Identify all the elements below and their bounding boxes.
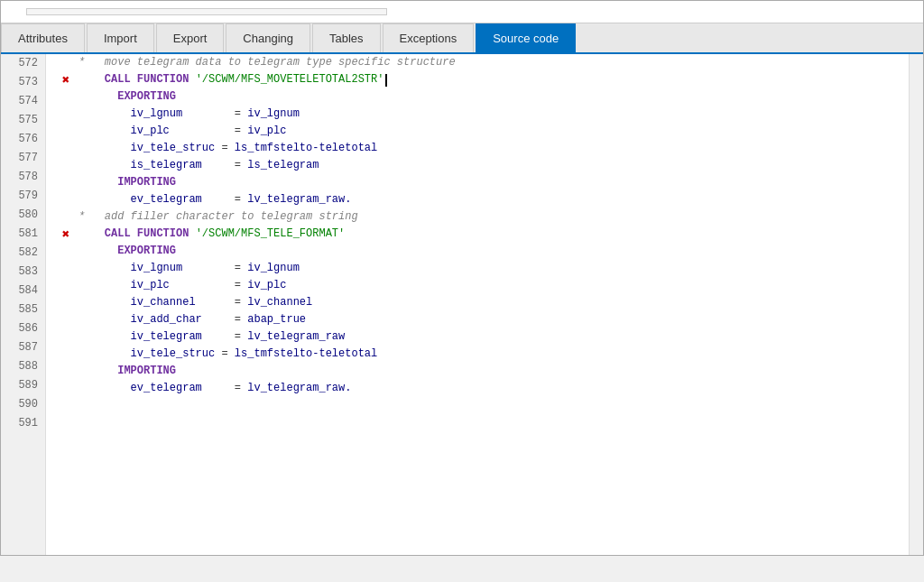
line-marker: ✖ — [53, 228, 79, 241]
code-segment: iv_lgnum — [79, 262, 235, 274]
module-name-field[interactable] — [26, 8, 387, 15]
code-text: iv_tele_struc = ls_tmfstelto-teletotal — [79, 346, 377, 363]
code-line: IMPORTING — [53, 363, 901, 380]
code-segment: is_telegram — [79, 159, 235, 171]
line-number: 591 — [1, 414, 45, 433]
tab-source-code[interactable]: Source code — [476, 23, 576, 52]
tab-changing[interactable]: Changing — [226, 23, 310, 52]
code-segment: ls_tmfstelto-teletotal — [235, 347, 377, 360]
code-segment: = — [235, 125, 247, 137]
code-segment: iv_lgnum — [247, 107, 300, 120]
tab-attributes[interactable]: Attributes — [1, 23, 85, 52]
code-segment: = — [221, 347, 234, 360]
code-segment: CALL FUNCTION — [79, 227, 196, 240]
code-text: EXPORTING — [79, 88, 176, 106]
code-text: * move telegram data to telegram type sp… — [79, 54, 456, 71]
code-text: ev_telegram = lv_telegram_raw. — [79, 380, 351, 397]
code-segment: lv_channel — [247, 296, 312, 309]
line-number: 583 — [1, 263, 45, 282]
code-line: ✖ CALL FUNCTION '/SCWM/MFS_MOVETELETOTAL… — [53, 71, 901, 88]
line-number: 580 — [1, 206, 45, 225]
code-text: iv_channel = lv_channel — [79, 294, 312, 311]
tab-bar: AttributesImportExportChangingTablesExce… — [1, 23, 923, 54]
code-line: EXPORTING — [53, 88, 901, 106]
code-text: is_telegram = ls_telegram — [79, 157, 319, 174]
line-number: 577 — [1, 149, 45, 168]
code-segment: = — [235, 296, 247, 309]
line-number: 585 — [1, 300, 45, 319]
code-text: iv_tele_struc = ls_tmfstelto-teletotal — [79, 140, 377, 157]
line-number: 584 — [1, 282, 45, 300]
code-text: iv_telegram = lv_telegram_raw — [79, 328, 345, 346]
code-line: iv_plc = iv_plc — [53, 123, 901, 140]
tab-export[interactable]: Export — [156, 23, 225, 52]
error-marker: ✖ — [62, 228, 69, 241]
code-segment: = — [235, 382, 247, 394]
code-segment: ls_tmfstelto-teletotal — [235, 142, 377, 154]
line-number: 575 — [1, 111, 45, 130]
code-segment: * add filler character to telegram strin… — [79, 210, 358, 223]
code-segment: lv_telegram_raw — [247, 330, 345, 343]
text-cursor — [385, 74, 387, 87]
code-segment: = — [235, 279, 247, 291]
tab-exceptions[interactable]: Exceptions — [383, 23, 475, 52]
line-number: 589 — [1, 376, 45, 395]
error-marker: ✖ — [62, 74, 69, 87]
code-segment: EXPORTING — [79, 90, 176, 103]
code-line: iv_lgnum = iv_lgnum — [53, 106, 901, 123]
code-line: iv_plc = iv_plc — [53, 277, 901, 294]
line-number: 587 — [1, 338, 45, 357]
code-line: EXPORTING — [53, 243, 901, 260]
code-text: CALL FUNCTION '/SCWM/MFS_TELE_FORMAT' — [79, 226, 345, 243]
code-line: * add filler character to telegram strin… — [53, 208, 901, 226]
code-segment: iv_plc — [247, 279, 286, 291]
code-line: iv_add_char = abap_true — [53, 311, 901, 328]
code-line: * move telegram data to telegram type sp… — [53, 54, 901, 71]
code-segment: IMPORTING — [79, 176, 176, 189]
code-segment: iv_tele_struc — [79, 347, 221, 360]
code-line: iv_telegram = lv_telegram_raw — [53, 328, 901, 346]
code-segment: = — [235, 107, 247, 120]
code-segment: IMPORTING — [79, 365, 176, 377]
code-text: IMPORTING — [79, 363, 176, 380]
line-number: 578 — [1, 168, 45, 187]
line-number: 586 — [1, 319, 45, 338]
code-text: iv_plc = iv_plc — [79, 123, 286, 140]
scrollbar[interactable] — [909, 54, 923, 555]
line-number: 582 — [1, 244, 45, 263]
code-line: ev_telegram = lv_telegram_raw. — [53, 191, 901, 208]
code-line: iv_tele_struc = ls_tmfstelto-teletotal — [53, 346, 901, 363]
line-number: 579 — [1, 187, 45, 206]
header — [1, 1, 923, 23]
code-segment: '/SCWM/MFS_MOVETELETOTAL2STR' — [196, 73, 384, 86]
line-number: 581 — [1, 225, 45, 244]
code-text: iv_lgnum = iv_lgnum — [79, 106, 300, 123]
line-number-gutter: 5725735745755765775785795805815825835845… — [1, 54, 46, 555]
code-line: iv_lgnum = iv_lgnum — [53, 260, 901, 277]
code-segment: iv_plc — [79, 125, 235, 137]
code-segment: = — [235, 330, 247, 343]
line-number: 576 — [1, 130, 45, 149]
code-editor: 5725735745755765775785795805815825835845… — [1, 54, 923, 555]
code-segment: iv_plc — [79, 279, 235, 291]
code-segment: ev_telegram — [79, 193, 235, 206]
line-number: 572 — [1, 54, 45, 73]
code-segment: iv_lgnum — [247, 262, 300, 274]
tab-import[interactable]: Import — [87, 23, 154, 52]
code-text: * add filler character to telegram strin… — [79, 208, 358, 226]
code-segment: iv_add_char — [79, 313, 235, 326]
code-text: ev_telegram = lv_telegram_raw. — [79, 191, 351, 208]
code-content[interactable]: * move telegram data to telegram type sp… — [46, 54, 909, 555]
tab-tables[interactable]: Tables — [312, 23, 381, 52]
code-segment: * move telegram data to telegram type sp… — [79, 56, 456, 69]
code-segment: iv_plc — [247, 125, 286, 137]
code-segment: iv_tele_struc — [79, 142, 221, 154]
code-segment: CALL FUNCTION — [79, 73, 196, 86]
code-segment: '/SCWM/MFS_TELE_FORMAT' — [196, 227, 346, 240]
code-line: iv_tele_struc = ls_tmfstelto-teletotal — [53, 140, 901, 157]
line-number: 573 — [1, 73, 45, 92]
line-number: 588 — [1, 357, 45, 376]
main-window: AttributesImportExportChangingTablesExce… — [0, 0, 924, 556]
line-number: 590 — [1, 395, 45, 414]
code-line: iv_channel = lv_channel — [53, 294, 901, 311]
